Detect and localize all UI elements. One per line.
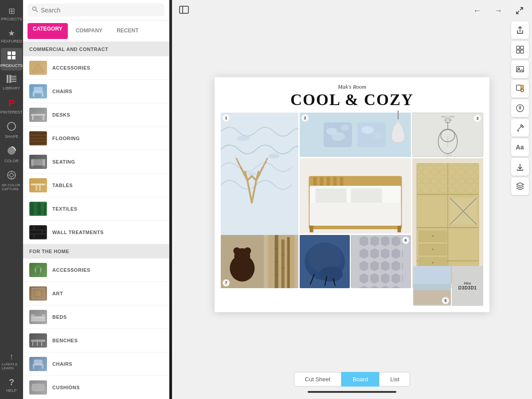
nav-label-projects: Projects: [1, 17, 22, 21]
svg-rect-157: [516, 50, 520, 53]
svg-rect-67: [180, 6, 188, 13]
cat-label-wall-treatments: Wall Treatments: [52, 230, 104, 235]
badge-3: 3: [474, 115, 481, 122]
nav-item-pinterest[interactable]: P Pinterest: [1, 95, 22, 117]
list-item[interactable]: Accessories: [23, 56, 169, 80]
download-button[interactable]: [511, 158, 529, 176]
list-item[interactable]: Benches: [23, 329, 169, 352]
sidebar: Category Company Recent Commercial and C…: [23, 0, 169, 399]
redo-button[interactable]: →: [491, 4, 505, 18]
svg-rect-36: [35, 185, 37, 191]
list-item[interactable]: Chairs: [23, 352, 169, 376]
tab-recent[interactable]: Recent: [110, 23, 145, 39]
svg-rect-37: [39, 185, 41, 191]
svg-rect-1: [12, 51, 16, 55]
pencil-button[interactable]: [511, 119, 529, 137]
tab-category[interactable]: Category: [27, 23, 68, 39]
thumb-wall: [29, 225, 47, 239]
nav-item-color[interactable]: Color: [1, 143, 22, 166]
nav-item-featured[interactable]: ★ Featured: [1, 26, 22, 46]
list-item[interactable]: Accessories: [23, 258, 169, 282]
thumb-desks: [29, 108, 47, 122]
moodboard[interactable]: Mak's Room COOL & COZY 2: [215, 77, 489, 312]
list-item[interactable]: Beds: [23, 305, 169, 329]
nav-item-ar-color[interactable]: AR Color Capture: [1, 168, 22, 194]
svg-rect-24: [33, 91, 43, 94]
svg-rect-25: [31, 114, 45, 116]
list-item[interactable]: Textiles: [23, 197, 169, 221]
svg-marker-20: [32, 63, 44, 72]
svg-rect-161: [516, 85, 521, 90]
svg-point-10: [8, 122, 16, 130]
right-toolbar: Aa: [508, 18, 532, 199]
list-item[interactable]: Flooring: [23, 127, 169, 150]
nav-item-lunch-learn[interactable]: ↑ Lunch & Learn: [1, 349, 22, 373]
list-item[interactable]: Wall Treatments: [23, 221, 169, 244]
paint-button[interactable]: [511, 80, 529, 98]
hex-label: Hex: [464, 281, 471, 286]
search-input-wrap[interactable]: [27, 4, 164, 16]
tab-cut-sheet[interactable]: Cut Sheet: [294, 372, 342, 387]
svg-point-141: [232, 266, 239, 279]
cat-label-tables: Tables: [52, 183, 73, 188]
nav-item-projects[interactable]: ⊞ Projects: [1, 4, 22, 24]
svg-rect-8: [11, 79, 16, 80]
list-item[interactable]: Desks: [23, 103, 169, 127]
svg-point-18: [33, 7, 36, 11]
svg-point-73: [340, 125, 349, 131]
expand-button[interactable]: [512, 4, 527, 18]
nav-item-library[interactable]: Library: [1, 72, 22, 93]
collage-landscape: 5: [413, 266, 451, 306]
badge-6: 6: [402, 237, 409, 244]
thumb-beds: [29, 310, 47, 324]
layers-button[interactable]: [511, 177, 529, 195]
svg-rect-22: [33, 93, 35, 97]
list-item[interactable]: Chairs: [23, 80, 169, 103]
tab-company[interactable]: Company: [70, 23, 109, 39]
main-content: ← → Mak's Room COOL & COZY 2: [172, 0, 532, 399]
collage-hex-rug: 6: [351, 235, 411, 288]
undo-button[interactable]: ←: [470, 4, 484, 18]
panel-toggle-icon[interactable]: [177, 4, 191, 18]
svg-point-139: [233, 247, 240, 254]
share-button[interactable]: [511, 21, 529, 39]
library-icon: [7, 75, 16, 85]
svg-rect-9: [11, 81, 16, 82]
svg-rect-105: [398, 226, 401, 232]
thumb-accessories: [29, 61, 47, 75]
svg-rect-7: [11, 78, 16, 78]
image-button[interactable]: [511, 60, 529, 78]
badge-7: 7: [223, 279, 230, 286]
svg-rect-23: [42, 93, 43, 97]
nav-item-products[interactable]: Products: [1, 48, 22, 70]
hex-value: D3D3D1: [458, 286, 477, 290]
ar-color-icon: [7, 170, 16, 182]
search-input[interactable]: [41, 7, 160, 14]
cat-label-textiles: Textiles: [52, 206, 78, 211]
nav-item-shape[interactable]: Shape: [1, 119, 22, 141]
text-button[interactable]: Aa: [511, 138, 529, 156]
svg-rect-33: [31, 159, 34, 167]
collage-hex-color: 5 Hex D3D3D1: [413, 266, 483, 306]
list-item[interactable]: Art: [23, 282, 169, 305]
cat-label-art: Art: [52, 291, 63, 296]
svg-point-91: [247, 172, 256, 176]
list-item[interactable]: Tables: [23, 174, 169, 197]
grid-view-button[interactable]: [511, 41, 529, 59]
cat-label-cushions: Cushions: [52, 385, 80, 390]
board-subtitle: Mak's Room: [215, 83, 489, 90]
top-bar: ← →: [172, 0, 532, 21]
svg-rect-34: [43, 159, 45, 167]
tab-board[interactable]: Board: [341, 372, 379, 387]
nav-item-help[interactable]: ? Help: [1, 375, 22, 395]
list-item[interactable]: Seating: [23, 150, 169, 174]
section-commercial: Commercial and Contract: [23, 42, 169, 56]
svg-point-90: [269, 154, 279, 158]
tab-list[interactable]: List: [379, 372, 410, 387]
collage-chair-area: 6: [300, 235, 411, 288]
compass-button[interactable]: [511, 99, 529, 117]
svg-rect-0: [8, 51, 11, 55]
svg-point-76: [361, 126, 374, 134]
list-item[interactable]: Cushions: [23, 376, 169, 399]
cat-label-chairs: Chairs: [52, 89, 72, 94]
